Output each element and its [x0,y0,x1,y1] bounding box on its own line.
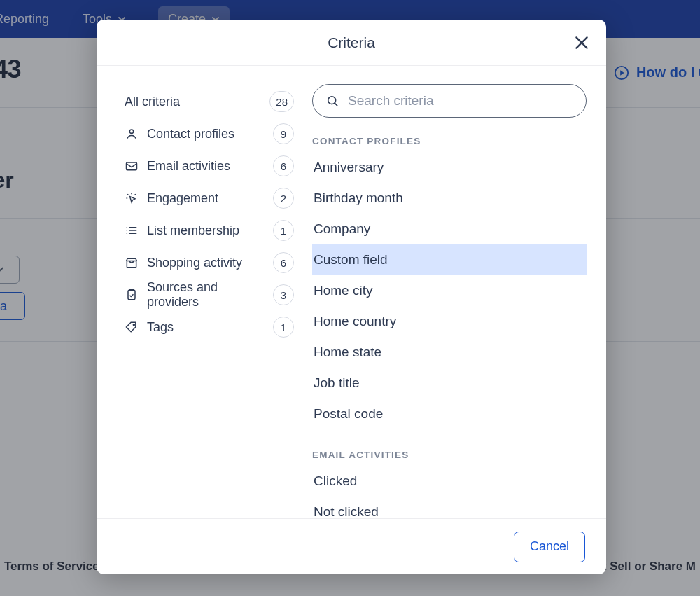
criteria-item[interactable]: Company [312,214,587,244]
category-sidebar: All criteria 28 Contact profiles 9 [97,66,302,518]
category-label: Shopping activity [147,256,242,270]
criteria-modal: Criteria All criteria 28 [97,20,606,574]
section-header-email-activities: EMAIL ACTIVITIES [312,443,587,466]
close-button[interactable] [573,34,591,52]
category-count: 6 [273,155,294,176]
svg-point-1 [130,130,133,133]
category-all-criteria[interactable]: All criteria 28 [125,85,294,118]
criteria-item-label: Home city [314,283,372,298]
modal-body: All criteria 28 Contact profiles 9 [97,66,606,518]
category-label: Sources and providers [147,280,273,310]
search-icon [326,94,340,108]
criteria-item[interactable]: Home state [312,337,587,368]
clipboard-icon [125,288,139,302]
modal-header: Criteria [97,20,606,66]
criteria-item-label: Postal code [314,406,383,422]
mail-icon [125,159,139,173]
category-count: 3 [273,284,294,305]
criteria-item[interactable]: Postal code [312,399,587,429]
modal-title: Criteria [328,34,375,51]
category-count: 2 [273,188,294,209]
svg-rect-3 [128,290,135,299]
criteria-item[interactable]: Home city [312,275,587,306]
category-engagement[interactable]: Engagement 2 [125,182,294,214]
category-count: 1 [273,317,294,338]
section-divider [312,438,587,438]
search-field-wrap[interactable] [312,84,587,118]
criteria-item-label: Birthday month [314,190,403,206]
criteria-item-label: Company [314,221,370,237]
profile-icon [125,127,139,141]
criteria-item-label: Job title [314,375,359,391]
category-sources-providers[interactable]: Sources and providers 3 [125,279,294,311]
modal-overlay: Criteria All criteria 28 [0,0,700,596]
criteria-item-custom-field[interactable]: Custom field [312,244,587,275]
criteria-item[interactable]: Clicked [312,466,587,497]
category-label: Contact profiles [147,127,234,141]
criteria-item-label: Not clicked [314,504,379,518]
category-contact-profiles[interactable]: Contact profiles 9 [125,118,294,150]
criteria-list[interactable]: CONTACT PROFILES Anniversary Birthday mo… [312,129,587,518]
search-input[interactable] [348,93,573,109]
category-email-activities[interactable]: Email activities 6 [125,150,294,182]
criteria-item-label: Home state [314,345,382,360]
list-icon [125,223,139,237]
criteria-item[interactable]: Home country [312,306,587,337]
category-label: Engagement [147,191,218,206]
category-count: 9 [273,123,294,144]
category-tags[interactable]: Tags 1 [125,311,294,343]
criteria-item-label: Clicked [314,473,357,489]
cancel-button-label: Cancel [530,539,569,553]
category-count: 1 [273,220,294,241]
tag-icon [125,320,139,334]
category-label: List membership [147,223,239,238]
category-list-membership[interactable]: List membership 1 [125,214,294,247]
category-label: All criteria [125,95,180,109]
criteria-list-column: CONTACT PROFILES Anniversary Birthday mo… [302,66,606,518]
cancel-button[interactable]: Cancel [514,532,585,562]
svg-rect-2 [127,162,137,170]
criteria-item[interactable]: Job title [312,368,587,399]
category-label: Email activities [147,159,230,174]
criteria-item-label: Home country [314,314,396,329]
criteria-item[interactable]: Not clicked [312,497,587,518]
click-icon [125,191,139,205]
section-header-contact-profiles: CONTACT PROFILES [312,129,587,152]
shop-icon [125,256,139,270]
criteria-item[interactable]: Anniversary [312,152,587,183]
category-count: 28 [270,91,294,112]
modal-footer: Cancel [97,518,606,574]
svg-point-4 [133,324,134,326]
criteria-item-label: Anniversary [314,160,384,175]
criteria-item[interactable]: Birthday month [312,183,587,214]
category-label: Tags [147,320,174,335]
close-icon [573,34,591,52]
criteria-item-label: Custom field [314,252,388,268]
category-shopping-activity[interactable]: Shopping activity 6 [125,247,294,279]
category-count: 6 [273,252,294,273]
